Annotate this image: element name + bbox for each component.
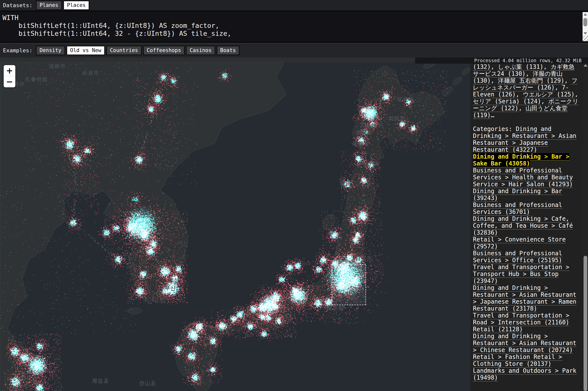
map-zoom-control: + − — [4, 65, 15, 87]
category-link[interactable]: Business and Professional Services > Hea… — [473, 167, 573, 188]
map-place-label: 苫小牧市 — [360, 122, 383, 129]
map-selection-box[interactable] — [332, 265, 366, 305]
resize-grip-icon[interactable] — [583, 36, 588, 41]
page-scrollbar-thumb[interactable] — [584, 256, 587, 391]
top-name-link[interactable]: セリア (Seria) (124) — [473, 98, 541, 105]
status-text: Processed 4.04 million rows, 42.32 MiB — [474, 58, 582, 63]
map-place-label: 海盐县 — [92, 378, 109, 384]
map-place-label: 室蘭市 — [356, 129, 373, 136]
map-place-label: 울산 — [168, 276, 179, 283]
category-link[interactable]: Dining and Drinking > Restaurant > Asian… — [473, 285, 576, 312]
editor-scrollbar-track[interactable] — [583, 12, 588, 36]
example-button-density[interactable]: Density — [36, 46, 65, 55]
map-place-label: 강원도 — [134, 207, 151, 214]
status-bar: Processed 4.04 million rows, 42.32 MiB — [415, 58, 588, 64]
dataset-button-group: PlanesPlaces — [36, 0, 89, 10]
category-link[interactable]: Landmarks and Outdoors > Park (19498) — [473, 367, 576, 381]
dataset-button-places[interactable]: Places — [63, 0, 89, 10]
map-place-label: 洮南市 — [49, 63, 66, 70]
category-link[interactable]: Travel and Transportation > Road > Inter… — [473, 312, 569, 326]
example-button-countries[interactable]: Countries — [106, 46, 142, 55]
category-link-selected[interactable]: Dining and Drinking > Bar > Sake Bar (43… — [473, 153, 569, 167]
map-place-label: 日立市 — [356, 255, 373, 262]
example-button-group: DensityOld vs NewCountriesCoffeeshopsCas… — [36, 46, 240, 55]
category-link[interactable]: Dining and Drinking > Bar (39243) — [473, 188, 562, 201]
example-button-old-vs-new[interactable]: Old vs New — [66, 46, 105, 55]
category-link[interactable]: Travel and Transportation > Transport Hu… — [473, 264, 569, 285]
top-names-list: (132), しゃぶ葉 (131), カギ救急サービス24 (130), 洋服の… — [473, 63, 580, 119]
category-link[interactable]: Retail > Convenience Store (29572) — [473, 236, 566, 250]
map-place-label: 八戸市 — [363, 160, 380, 167]
dataset-button-planes[interactable]: Planes — [36, 0, 62, 10]
example-button-coffeeshops[interactable]: Coffeeshops — [143, 46, 185, 55]
content-row: 洮南市松原市扎鲁特旗科尔北見市釧路市苫小牧市室蘭市函館市八戸市秋田강원도日立市울… — [0, 62, 588, 391]
map-place-label: 松原市 — [82, 70, 100, 77]
map-place-label: 秋田 — [340, 180, 351, 187]
map-place-label: 釧路市 — [389, 115, 406, 122]
category-link[interactable]: Retail > Fashion Retail > Clothing Store… — [473, 354, 562, 367]
category-link[interactable]: Business and Professional Services (3670… — [473, 201, 562, 215]
zoom-out-button[interactable]: − — [4, 76, 15, 87]
examples-label: Examples: — [3, 47, 32, 54]
example-button-boats[interactable]: Boats — [217, 46, 240, 55]
map-place-label: 東京都 — [327, 304, 344, 311]
top-name-link[interactable]: 洋麺屋 五右衛門 (129) — [498, 77, 564, 84]
category-link[interactable]: Dining and Drinking > Restaurant > Asian… — [473, 333, 576, 354]
categories-label: Categories: — [473, 126, 516, 132]
scroll-down-icon[interactable] — [584, 32, 587, 34]
query-editor[interactable]: WITH bitShiftLeft(1::UInt64, {z:UInt8}) … — [0, 11, 588, 43]
editor-scrollbar[interactable] — [583, 12, 588, 41]
map-canvas[interactable] — [0, 62, 470, 391]
scroll-up-icon[interactable] — [584, 64, 588, 67]
categories-list: Categories: Dining and Drinking > Restau… — [473, 126, 580, 381]
map-place-label: 函館市 — [353, 140, 370, 147]
top-name-link[interactable]: (132) — [473, 63, 491, 70]
app-window: Datasets: PlanesPlaces WITH bitShiftLeft… — [0, 0, 588, 391]
results-sidebar: (132), しゃぶ葉 (131), カギ救急サービス24 (130), 洋服の… — [470, 62, 583, 391]
editor-scrollbar-thumb[interactable] — [583, 18, 587, 26]
datasets-bar: Datasets: PlanesPlaces — [0, 0, 588, 11]
category-link[interactable]: Retail (21128) — [473, 326, 523, 333]
datasets-label: Datasets: — [3, 2, 32, 8]
top-name-link[interactable]: しゃぶ葉 (131) — [498, 63, 543, 70]
map-place-label: 岱山县 — [139, 380, 156, 387]
examples-bar: Examples: DensityOld vs NewCountriesCoff… — [0, 43, 588, 58]
example-button-casinos[interactable]: Casinos — [186, 46, 215, 55]
map-place-label: 扎鲁特旗 — [25, 76, 48, 83]
scroll-up-icon[interactable] — [584, 13, 587, 15]
map-viewport[interactable]: 洮南市松原市扎鲁特旗科尔北見市釧路市苫小牧市室蘭市函館市八戸市秋田강원도日立市울… — [0, 62, 470, 391]
sql-code-text[interactable]: WITH bitShiftLeft(1::UInt64, {z:UInt8}) … — [2, 14, 581, 42]
category-link[interactable]: Business and Professional Services > Off… — [473, 250, 562, 264]
zoom-in-button[interactable]: + — [4, 65, 15, 76]
map-place-label: 北見市 — [397, 96, 414, 103]
page-scrollbar[interactable] — [583, 62, 588, 391]
map-place-label: 부산 — [165, 285, 176, 292]
category-link[interactable]: Dining and Drinking > Cafe, Coffee, and … — [473, 215, 573, 236]
top-name-link[interactable]: ウエルシア (125) — [523, 91, 575, 98]
